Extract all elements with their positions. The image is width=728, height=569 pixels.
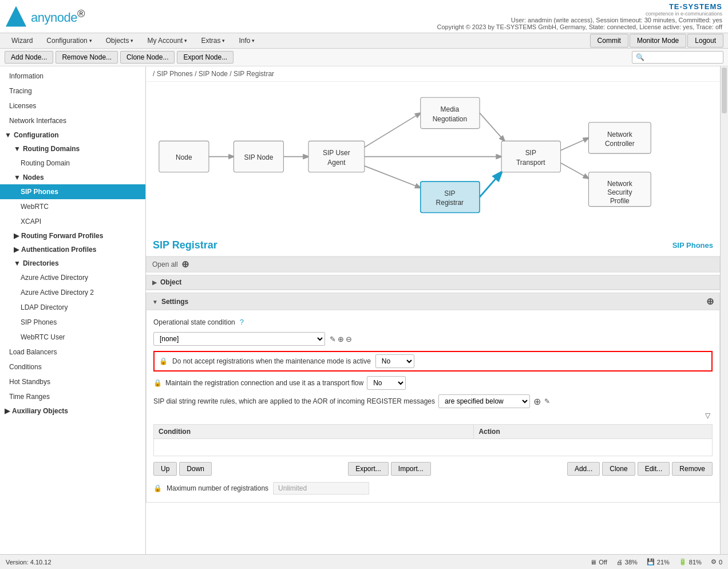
expand-down-icon: ▼ (5, 131, 11, 139)
sidebar-section-auxiliary-objects[interactable]: ▶ Auxiliary Objects (0, 404, 145, 418)
remove-node-button[interactable]: Remove Node... (56, 51, 118, 64)
settings-expand-button[interactable] (152, 298, 158, 306)
nav-left: Wizard Configuration ▾ Objects ▾ My Acco… (5, 33, 262, 48)
user-info-text: User: anadmin (write access), Session ti… (511, 17, 722, 23)
operational-state-select[interactable]: [none] (153, 332, 325, 346)
scrollbar[interactable] (720, 66, 728, 561)
clone-node-button[interactable]: Clone Node... (120, 51, 175, 64)
operational-state-control-row: [none] ✎ ⊕ ⊖ (153, 329, 713, 349)
sidebar-item-sip-phones[interactable]: SIP Phones (0, 184, 145, 199)
max-registrations-row: 🔒 Maximum number of registrations (153, 479, 713, 497)
settings-section: Settings ⊕ Operational state condition ?… (146, 293, 720, 503)
nav-wizard[interactable]: Wizard (5, 33, 39, 48)
monitor-value: Off (599, 559, 607, 562)
chevron-down-icon: ▾ (130, 38, 133, 44)
edit-button[interactable]: Edit... (638, 462, 670, 476)
sidebar-item-routing-domain[interactable]: Routing Domain (0, 156, 145, 171)
monitor-mode-button[interactable]: Monitor Mode (630, 34, 686, 48)
clone-button[interactable]: Clone (602, 462, 635, 476)
breadcrumb-text: / SIP Phones / SIP Node / SIP Registrar (153, 70, 274, 78)
svg-text:Agent: Agent (327, 159, 346, 167)
settings-add-button[interactable]: ⊕ (706, 296, 714, 307)
sidebar-section-directories[interactable]: ▼ Directories (0, 256, 145, 270)
sidebar-section-routing-domains[interactable]: ▼ Routing Domains (0, 142, 145, 156)
table-column-condition: Condition (154, 425, 474, 439)
svg-line-9 (365, 113, 421, 147)
version-text: Version: 4.10.12 (6, 559, 52, 562)
sidebar-item-network-interfaces[interactable]: Network Interfaces (0, 113, 145, 128)
storage-icon: 🔋 (679, 558, 687, 561)
open-all-row: Open all ⊕ (146, 256, 720, 272)
operational-state-label: Operational state condition (153, 318, 235, 326)
svg-line-23 (560, 138, 588, 151)
rewrite-rules-label: SIP dial string rewrite rules, which are… (153, 397, 435, 405)
sidebar-item-time-ranges[interactable]: Time Ranges (0, 389, 145, 404)
search-input[interactable] (632, 51, 723, 64)
sidebar-section-auth-profiles[interactable]: ▶ Authentication Profiles (0, 243, 145, 256)
up-button[interactable]: Up (153, 462, 177, 476)
edit-icon[interactable]: ✎ (330, 335, 336, 343)
maintain-transport-row: 🔒 Maintain the registration connection a… (153, 374, 713, 392)
object-expand-button[interactable] (152, 278, 157, 286)
alerts-icon: ⚙ (711, 558, 717, 561)
svg-line-13 (480, 113, 505, 141)
add-section-button[interactable]: ⊕ (181, 260, 189, 269)
svg-text:Node: Node (176, 153, 192, 161)
sidebar-section-nodes[interactable]: ▼ Nodes (0, 171, 145, 184)
sidebar-item-xcapi[interactable]: XCAPI (0, 214, 145, 229)
maintenance-select[interactable]: No Yes (375, 354, 414, 368)
remove-circle-icon[interactable]: ⊖ (346, 335, 352, 343)
chevron-down-icon: ▾ (252, 38, 255, 44)
down-button[interactable]: Down (179, 462, 212, 476)
chevron-down-icon: ▾ (222, 38, 225, 44)
filter-icon[interactable]: ▽ (705, 412, 710, 420)
sidebar-item-hot-standbys[interactable]: Hot Standbys (0, 374, 145, 389)
import-button[interactable]: Import... (391, 462, 431, 476)
rewrite-rules-row: SIP dial string rewrite rules, which are… (153, 392, 713, 410)
monitor-status: 🖥 Off (590, 559, 607, 562)
lock-icon: 🔒 (159, 357, 168, 365)
sidebar-item-ldap[interactable]: LDAP Directory (0, 300, 145, 315)
remove-button[interactable]: Remove (672, 462, 713, 476)
add-circle-icon[interactable]: ⊕ (338, 335, 344, 343)
sidebar-item-conditions[interactable]: Conditions (0, 359, 145, 374)
filter-row: ▽ (153, 410, 713, 422)
add-rewrite-button[interactable]: ⊕ (533, 396, 541, 407)
nav-extras[interactable]: Extras ▾ (194, 33, 232, 48)
export-node-button[interactable]: Export Node... (177, 51, 234, 64)
sidebar-item-tracing[interactable]: Tracing (0, 84, 145, 98)
sidebar: Information Tracing Licenses Network Int… (0, 66, 146, 561)
sidebar-item-sip-phones-dir[interactable]: SIP Phones (0, 315, 145, 330)
add-button[interactable]: Add... (567, 462, 600, 476)
sidebar-item-webrtc-user[interactable]: WebRTC User (0, 330, 145, 345)
logout-button[interactable]: Logout (687, 34, 723, 48)
nav-my-account[interactable]: My Account ▾ (140, 33, 194, 48)
cpu-icon: 🖨 (616, 559, 623, 562)
sidebar-section-routing-forward-profiles[interactable]: ▶ Routing Forward Profiles (0, 229, 145, 243)
nav-objects[interactable]: Objects ▾ (99, 33, 141, 48)
expand-down-icon: ▼ (14, 173, 21, 181)
svg-text:Controller: Controller (605, 140, 635, 148)
sidebar-item-webrtc[interactable]: WebRTC (0, 199, 145, 214)
sidebar-item-load-balancers[interactable]: Load Balancers (0, 345, 145, 359)
copyright-text: Copyright © 2023 by TE-SYSTEMS GmbH, Ger… (437, 23, 722, 30)
nav-configuration[interactable]: Configuration ▾ (39, 33, 98, 48)
sidebar-section-configuration[interactable]: ▼ Configuration (0, 128, 145, 142)
maintain-transport-select[interactable]: No Yes (367, 376, 406, 390)
nav-info[interactable]: Info ▾ (232, 33, 262, 48)
help-icon[interactable]: ? (240, 318, 244, 326)
commit-button[interactable]: Commit (590, 34, 628, 48)
sidebar-item-azure-ad[interactable]: Azure Active Directory (0, 270, 145, 285)
add-node-button[interactable]: Add Node... (5, 51, 53, 64)
max-reg-input[interactable] (273, 482, 369, 495)
brand-sub: competence in e-communications (437, 11, 722, 17)
object-section-header: Object (147, 275, 719, 290)
export-button[interactable]: Export... (348, 462, 389, 476)
sidebar-item-information[interactable]: Information (0, 69, 145, 84)
logo-reg: ® (77, 7, 85, 19)
sidebar-item-azure-ad-2[interactable]: Azure Active Directory 2 (0, 285, 145, 300)
edit-rewrite-button[interactable]: ✎ (544, 397, 550, 405)
rewrite-rules-select[interactable]: are specified below (438, 394, 530, 408)
sidebar-item-licenses[interactable]: Licenses (0, 98, 145, 113)
open-all-button[interactable]: Open all (152, 260, 178, 268)
